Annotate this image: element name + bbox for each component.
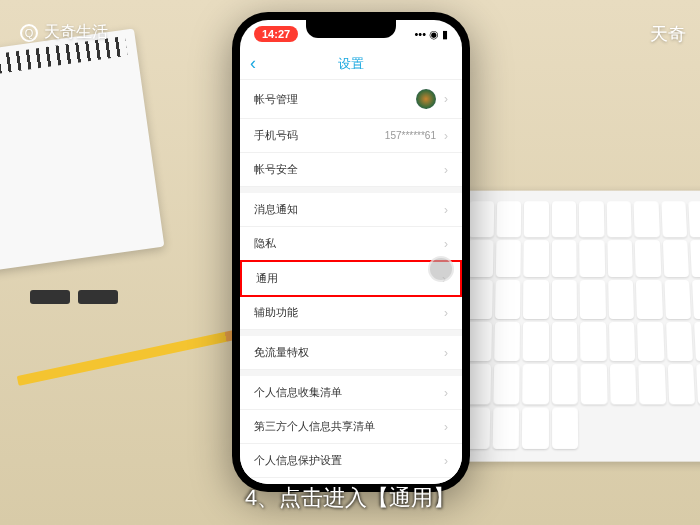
- phone-notch: [306, 20, 396, 38]
- chevron-right-icon: ›: [444, 92, 448, 106]
- row-thirdparty[interactable]: 第三方个人信息共享清单 ›: [240, 410, 462, 444]
- chevron-right-icon: ›: [444, 386, 448, 400]
- watermark-left: Q 天奇生活: [20, 22, 108, 43]
- row-accessibility[interactable]: 辅助功能 ›: [240, 296, 462, 330]
- row-label: 帐号安全: [254, 162, 298, 177]
- watermark-right: 天奇: [650, 22, 686, 46]
- row-label: 手机号码: [254, 128, 298, 143]
- nav-header: ‹ 设置: [240, 48, 462, 80]
- chevron-right-icon: ›: [444, 420, 448, 434]
- settings-list[interactable]: 帐号管理 › 手机号码 157******61› 帐号安全 › 消息通知 › 隐…: [240, 80, 462, 484]
- row-collect[interactable]: 个人信息收集清单 ›: [240, 370, 462, 410]
- row-label: 个人信息收集清单: [254, 385, 342, 400]
- status-time: 14:27: [254, 26, 298, 42]
- row-label: 帐号管理: [254, 92, 298, 107]
- row-label: 消息通知: [254, 202, 298, 217]
- phone-screen: 14:27 ••• ◉ ▮ ‹ 设置 帐号管理 › 手机号码 157******…: [240, 20, 462, 484]
- row-privacy[interactable]: 隐私 ›: [240, 227, 462, 261]
- status-icons: ••• ◉ ▮: [414, 28, 448, 41]
- avatar-icon: [416, 89, 436, 109]
- row-account[interactable]: 帐号管理 ›: [240, 80, 462, 119]
- assistive-touch-icon[interactable]: [428, 256, 454, 282]
- back-button[interactable]: ‹: [250, 53, 256, 74]
- row-label: 第三方个人信息共享清单: [254, 419, 375, 434]
- row-label: 通用: [256, 271, 278, 286]
- row-security[interactable]: 帐号安全 ›: [240, 153, 462, 187]
- chevron-right-icon: ›: [444, 237, 448, 251]
- wifi-icon: ◉: [429, 28, 439, 41]
- chevron-right-icon: ›: [444, 129, 448, 143]
- row-label: 辅助功能: [254, 305, 298, 320]
- row-label: 隐私: [254, 236, 276, 251]
- page-title: 设置: [338, 55, 364, 73]
- battery-icon: ▮: [442, 28, 448, 41]
- chevron-right-icon: ›: [444, 346, 448, 360]
- chevron-right-icon: ›: [444, 163, 448, 177]
- row-phone[interactable]: 手机号码 157******61›: [240, 119, 462, 153]
- row-protect[interactable]: 个人信息保护设置 ›: [240, 444, 462, 478]
- row-value: 157******61: [385, 130, 436, 141]
- watermark-left-text: 天奇生活: [44, 22, 108, 43]
- row-label: 个人信息保护设置: [254, 453, 342, 468]
- watermark-logo-icon: Q: [20, 24, 38, 42]
- chevron-right-icon: ›: [444, 454, 448, 468]
- row-datafree[interactable]: 免流量特权 ›: [240, 330, 462, 370]
- phone-frame: 14:27 ••• ◉ ▮ ‹ 设置 帐号管理 › 手机号码 157******…: [232, 12, 470, 492]
- signal-icon: •••: [414, 28, 426, 40]
- tutorial-caption: 4、点击进入【通用】: [0, 483, 700, 513]
- row-notification[interactable]: 消息通知 ›: [240, 187, 462, 227]
- chevron-right-icon: ›: [444, 306, 448, 320]
- row-label: 免流量特权: [254, 345, 309, 360]
- clips-prop: [30, 290, 118, 304]
- chevron-right-icon: ›: [444, 203, 448, 217]
- watermark-right-text: 天奇: [650, 24, 686, 44]
